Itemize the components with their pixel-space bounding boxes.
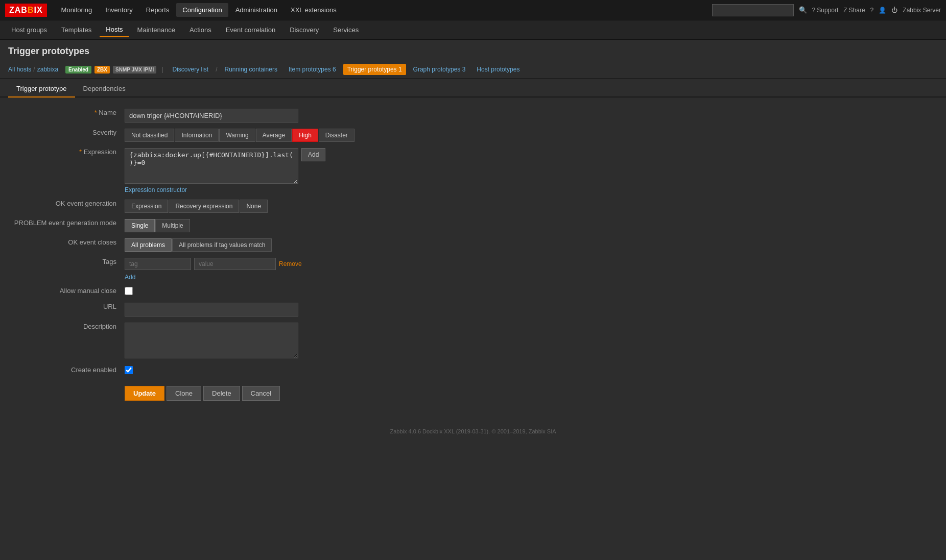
menu-monitoring[interactable]: Monitoring bbox=[55, 3, 99, 17]
severity-label: Severity bbox=[8, 126, 121, 145]
form-content: * Name Severity Not classified Informati… bbox=[0, 98, 946, 412]
share-link[interactable]: Z Share bbox=[843, 7, 865, 14]
name-input[interactable] bbox=[125, 109, 298, 123]
ok-event-none[interactable]: None bbox=[240, 200, 268, 213]
allow-manual-close-label: Allow manual close bbox=[8, 284, 121, 300]
search-input[interactable] bbox=[712, 4, 794, 16]
problem-mode-multiple[interactable]: Multiple bbox=[155, 219, 190, 232]
name-label: * Name bbox=[8, 106, 121, 126]
ok-event-expression[interactable]: Expression bbox=[125, 200, 168, 213]
severity-row: Severity Not classified Information Warn… bbox=[8, 126, 938, 145]
logo: ZABBIX bbox=[5, 4, 47, 17]
tag-remove-link[interactable]: Remove bbox=[279, 260, 302, 267]
tag-input-row: Remove bbox=[125, 258, 934, 270]
name-row: * Name bbox=[8, 106, 938, 126]
ok-event-group: Expression Recovery expression None bbox=[125, 200, 934, 213]
delete-button[interactable]: Delete bbox=[203, 386, 240, 401]
form-table: * Name Severity Not classified Informati… bbox=[8, 106, 938, 404]
subnav-services[interactable]: Services bbox=[327, 23, 365, 37]
logout-icon[interactable]: ⏻ bbox=[891, 7, 897, 14]
breadcrumb-bar: All hosts / zabbixa Enabled ZBX SNMP JMX… bbox=[0, 61, 946, 79]
create-enabled-label: Create enabled bbox=[8, 363, 121, 379]
subnav-discovery[interactable]: Discovery bbox=[283, 23, 325, 37]
zbx-badge: ZBX bbox=[94, 66, 110, 74]
page-title-bar: Trigger prototypes bbox=[0, 40, 946, 61]
problem-mode-label: PROBLEM event generation mode bbox=[8, 216, 121, 235]
severity-warning[interactable]: Warning bbox=[219, 129, 255, 142]
expression-textarea[interactable]: {zabbixa:docker.up[{#HCONTAINERID}].last… bbox=[125, 148, 298, 184]
ok-event-label: OK event generation bbox=[8, 197, 121, 216]
menu-reports[interactable]: Reports bbox=[140, 3, 176, 17]
tag-name-input[interactable] bbox=[125, 258, 191, 270]
subnav-host-groups[interactable]: Host groups bbox=[5, 23, 53, 37]
top-navigation: ZABBIX Monitoring Inventory Reports Conf… bbox=[0, 0, 946, 20]
action-buttons: Update Clone Delete Cancel bbox=[125, 386, 934, 401]
description-row: Description bbox=[8, 320, 938, 363]
form-tabs: Trigger prototype Dependencies bbox=[0, 79, 946, 98]
create-enabled-row: Create enabled bbox=[8, 363, 938, 379]
breadcrumb-all-hosts[interactable]: All hosts bbox=[8, 66, 31, 73]
description-textarea[interactable] bbox=[125, 323, 298, 358]
ok-closes-all-problems[interactable]: All problems bbox=[125, 238, 172, 252]
ok-closes-row: OK event closes All problems All problem… bbox=[8, 235, 938, 255]
url-label: URL bbox=[8, 300, 121, 320]
subnav-templates[interactable]: Templates bbox=[55, 23, 98, 37]
search-icon[interactable]: 🔍 bbox=[799, 6, 807, 14]
update-button[interactable]: Update bbox=[125, 386, 164, 401]
expression-group: {zabbixa:docker.up[{#HCONTAINERID}].last… bbox=[125, 148, 934, 184]
tab-item-prototypes[interactable]: Item prototypes 6 bbox=[285, 64, 340, 75]
user-icon[interactable]: 👤 bbox=[879, 7, 886, 14]
top-nav-right: 🔍 ? Support Z Share ? 👤 ⏻ Zabbix Server bbox=[712, 4, 941, 16]
tag-value-input[interactable] bbox=[194, 258, 276, 270]
enabled-badge: Enabled bbox=[65, 66, 91, 74]
expression-row: * Expression {zabbixa:docker.up[{#HCONTA… bbox=[8, 145, 938, 197]
ok-event-recovery[interactable]: Recovery expression bbox=[169, 200, 239, 213]
cancel-button[interactable]: Cancel bbox=[242, 386, 280, 401]
subnav-maintenance[interactable]: Maintenance bbox=[131, 23, 181, 37]
severity-average[interactable]: Average bbox=[256, 129, 292, 142]
footer-text: Zabbix 4.0.6 Dockbix XXL (2019-03-31). ©… bbox=[390, 428, 556, 434]
severity-not-classified[interactable]: Not classified bbox=[125, 129, 174, 142]
sub-navigation: Host groups Templates Hosts Maintenance … bbox=[0, 20, 946, 40]
help-link[interactable]: ? bbox=[870, 7, 874, 14]
menu-xxl-extensions[interactable]: XXL extensions bbox=[285, 3, 343, 17]
snmp-badge: SNMP JMX IPMI bbox=[113, 66, 156, 74]
breadcrumb-host[interactable]: zabbixa bbox=[37, 66, 58, 73]
breadcrumb: All hosts / zabbixa bbox=[8, 66, 58, 73]
tag-add-link[interactable]: Add bbox=[125, 274, 135, 281]
ok-event-row: OK event generation Expression Recovery … bbox=[8, 197, 938, 216]
menu-configuration[interactable]: Configuration bbox=[176, 3, 228, 17]
tab-trigger-prototypes[interactable]: Trigger prototypes 1 bbox=[343, 64, 406, 75]
tab-trigger-prototype[interactable]: Trigger prototype bbox=[8, 81, 75, 98]
severity-information[interactable]: Information bbox=[175, 129, 219, 142]
expression-constructor-link[interactable]: Expression constructor bbox=[125, 186, 187, 193]
tab-running-containers[interactable]: Running containers bbox=[221, 64, 281, 75]
severity-disaster[interactable]: Disaster bbox=[319, 129, 354, 142]
severity-high[interactable]: High bbox=[292, 129, 318, 142]
menu-administration[interactable]: Administration bbox=[229, 3, 283, 17]
tab-discovery-list[interactable]: Discovery list bbox=[169, 64, 213, 75]
ok-closes-group: All problems All problems if tag values … bbox=[125, 238, 934, 252]
page-title: Trigger prototypes bbox=[8, 46, 938, 57]
expression-add-button[interactable]: Add bbox=[301, 148, 325, 161]
share-icon: Z bbox=[843, 7, 847, 14]
footer: Zabbix 4.0.6 Dockbix XXL (2019-03-31). ©… bbox=[0, 422, 946, 441]
subnav-event-correlation[interactable]: Event correlation bbox=[220, 23, 282, 37]
ok-closes-tag-values[interactable]: All problems if tag values match bbox=[172, 238, 272, 252]
subnav-hosts[interactable]: Hosts bbox=[100, 22, 129, 37]
tab-graph-prototypes[interactable]: Graph prototypes 3 bbox=[409, 64, 470, 75]
create-enabled-checkbox[interactable] bbox=[125, 366, 133, 374]
server-name: Zabbix Server bbox=[903, 7, 941, 14]
support-link[interactable]: ? Support bbox=[812, 7, 839, 14]
url-input[interactable] bbox=[125, 303, 298, 316]
problem-mode-single[interactable]: Single bbox=[125, 219, 155, 232]
menu-inventory[interactable]: Inventory bbox=[99, 3, 138, 17]
tab-host-prototypes[interactable]: Host prototypes bbox=[472, 64, 524, 75]
subnav-actions[interactable]: Actions bbox=[183, 23, 218, 37]
sep2: / bbox=[216, 66, 217, 73]
description-label: Description bbox=[8, 320, 121, 363]
clone-button[interactable]: Clone bbox=[167, 386, 201, 401]
allow-manual-close-checkbox[interactable] bbox=[125, 287, 133, 295]
severity-group: Not classified Information Warning Avera… bbox=[125, 129, 934, 142]
tab-dependencies[interactable]: Dependencies bbox=[75, 81, 134, 98]
